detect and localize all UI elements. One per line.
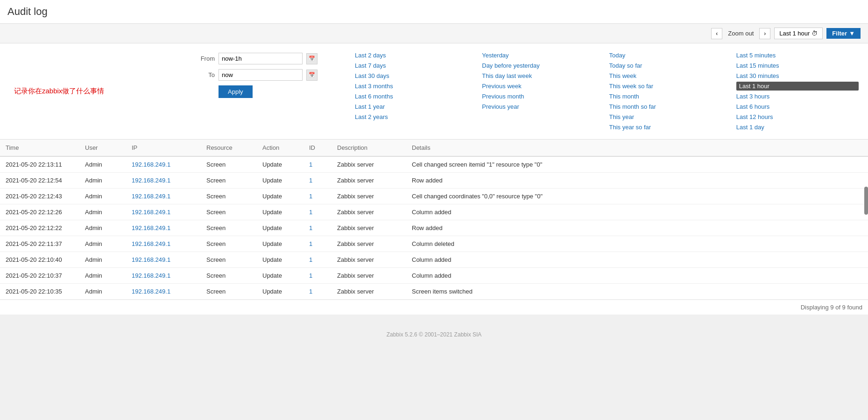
cell-details: Row added — [406, 173, 868, 189]
shortcut-link[interactable]: Last 1 hour — [736, 82, 859, 91]
cell-action: Update — [257, 173, 303, 189]
shortcut-link[interactable]: Last 2 years — [355, 112, 477, 121]
cell-time: 2021-05-20 22:12:22 — [0, 220, 79, 236]
cell-user: Admin — [79, 284, 126, 300]
shortcut-link[interactable]: Yesterday — [482, 51, 604, 60]
shortcut-col-3: TodayToday so farThis weekThis week so f… — [609, 51, 732, 132]
shortcut-link[interactable]: Day before yesterday — [482, 61, 604, 70]
cell-id: 1 — [303, 173, 332, 189]
zoom-controls: ‹ Zoom out › — [711, 28, 770, 39]
col-header-time: Time — [0, 140, 79, 156]
cell-ip: 192.168.249.1 — [126, 284, 201, 300]
filter-shortcuts: Last 2 daysLast 7 daysLast 30 daysLast 3… — [346, 43, 868, 139]
cell-description: Zabbix server — [332, 284, 406, 300]
cell-description: Zabbix server — [332, 189, 406, 204]
cell-resource: Screen — [201, 236, 257, 252]
filter-note: 记录你在zabbix做了什么事情 — [14, 87, 182, 96]
shortcut-link[interactable]: This week so far — [609, 82, 732, 91]
cell-details: Column added — [406, 204, 868, 220]
table-row: 2021-05-20 22:11:37Admin192.168.249.1Scr… — [0, 236, 868, 252]
clock-icon: ⏱ — [812, 30, 818, 37]
cell-description: Zabbix server — [332, 156, 406, 173]
shortcut-link[interactable]: This month — [609, 92, 732, 101]
cell-resource: Screen — [201, 173, 257, 189]
shortcut-link[interactable]: Last 6 hours — [736, 102, 859, 111]
cell-description: Zabbix server — [332, 204, 406, 220]
scrollbar[interactable] — [864, 187, 868, 215]
shortcut-link[interactable]: This year — [609, 112, 732, 121]
cell-resource: Screen — [201, 284, 257, 300]
cell-action: Update — [257, 204, 303, 220]
cell-user: Admin — [79, 220, 126, 236]
apply-button[interactable]: Apply — [219, 85, 253, 98]
cell-action: Update — [257, 236, 303, 252]
shortcut-link[interactable]: Last 5 minutes — [736, 51, 859, 60]
table-row: 2021-05-20 22:13:11Admin192.168.249.1Scr… — [0, 156, 868, 173]
shortcut-link[interactable]: Last 3 hours — [736, 92, 859, 101]
shortcut-link[interactable]: Last 1 day — [736, 123, 859, 132]
cell-ip: 192.168.249.1 — [126, 204, 201, 220]
shortcut-col-2: YesterdayDay before yesterdayThis day la… — [482, 51, 604, 132]
cell-id: 1 — [303, 252, 332, 268]
cell-resource: Screen — [201, 268, 257, 284]
table-row: 2021-05-20 22:10:37Admin192.168.249.1Scr… — [0, 268, 868, 284]
filter-panel: 记录你在zabbix做了什么事情 From 📅 To 📅 Apply Last … — [0, 43, 868, 140]
zoom-out-label: Zoom out — [724, 30, 757, 37]
table-row: 2021-05-20 22:12:26Admin192.168.249.1Scr… — [0, 204, 868, 220]
cell-time: 2021-05-20 22:13:11 — [0, 156, 79, 173]
to-row: To 📅 — [196, 69, 318, 81]
shortcut-link[interactable]: Last 30 days — [355, 71, 477, 80]
top-bar: ‹ Zoom out › Last 1 hour ⏱ Filter ▼ — [0, 24, 868, 43]
shortcut-link[interactable]: Last 3 months — [355, 82, 477, 91]
col-header-resource: Resource — [201, 140, 257, 156]
filter-button[interactable]: Filter ▼ — [826, 28, 861, 39]
cell-user: Admin — [79, 236, 126, 252]
cell-ip: 192.168.249.1 — [126, 173, 201, 189]
cell-resource: Screen — [201, 189, 257, 204]
col-header-ip: IP — [126, 140, 201, 156]
shortcut-link[interactable]: Last 2 days — [355, 51, 477, 60]
shortcut-link[interactable]: Last 30 minutes — [736, 71, 859, 80]
cell-action: Update — [257, 252, 303, 268]
col-header-action: Action — [257, 140, 303, 156]
shortcut-link[interactable]: Last 6 months — [355, 92, 477, 101]
from-calendar-icon[interactable]: 📅 — [306, 53, 318, 64]
cell-time: 2021-05-20 22:10:35 — [0, 284, 79, 300]
time-range-button[interactable]: Last 1 hour ⏱ — [774, 28, 823, 39]
col-header-user: User — [79, 140, 126, 156]
from-input[interactable] — [219, 53, 303, 64]
shortcut-link[interactable]: This day last week — [482, 71, 604, 80]
cell-resource: Screen — [201, 252, 257, 268]
shortcut-link[interactable]: Last 7 days — [355, 61, 477, 70]
shortcut-link[interactable]: Last 1 year — [355, 102, 477, 111]
cell-details: Row added — [406, 220, 868, 236]
cell-id: 1 — [303, 156, 332, 173]
cell-action: Update — [257, 284, 303, 300]
zoom-back-button[interactable]: ‹ — [711, 28, 722, 39]
to-label: To — [196, 71, 215, 78]
table-footer: Displaying 9 of 9 found — [0, 300, 868, 315]
cell-id: 1 — [303, 268, 332, 284]
to-calendar-icon[interactable]: 📅 — [306, 70, 318, 81]
shortcut-link[interactable]: Today so far — [609, 61, 732, 70]
shortcut-link[interactable]: Previous month — [482, 92, 604, 101]
cell-ip: 192.168.249.1 — [126, 252, 201, 268]
table-header-row: Time User IP Resource Action ID Descript… — [0, 140, 868, 156]
cell-details: Column added — [406, 268, 868, 284]
shortcut-link[interactable]: Today — [609, 51, 732, 60]
shortcut-link[interactable]: Previous year — [482, 102, 604, 111]
shortcut-link[interactable]: This week — [609, 71, 732, 80]
cell-description: Zabbix server — [332, 220, 406, 236]
shortcut-link[interactable]: This month so far — [609, 102, 732, 111]
shortcut-link[interactable]: This year so far — [609, 123, 732, 132]
table-row: 2021-05-20 22:10:35Admin192.168.249.1Scr… — [0, 284, 868, 300]
shortcut-link[interactable]: Last 12 hours — [736, 112, 859, 121]
zoom-forward-button[interactable]: › — [759, 28, 770, 39]
col-header-details: Details — [406, 140, 868, 156]
cell-resource: Screen — [201, 156, 257, 173]
shortcut-link[interactable]: Last 15 minutes — [736, 61, 859, 70]
cell-user: Admin — [79, 204, 126, 220]
shortcut-link[interactable]: Previous week — [482, 82, 604, 91]
to-input[interactable] — [219, 69, 303, 81]
filter-note-area: 记录你在zabbix做了什么事情 — [0, 43, 196, 139]
